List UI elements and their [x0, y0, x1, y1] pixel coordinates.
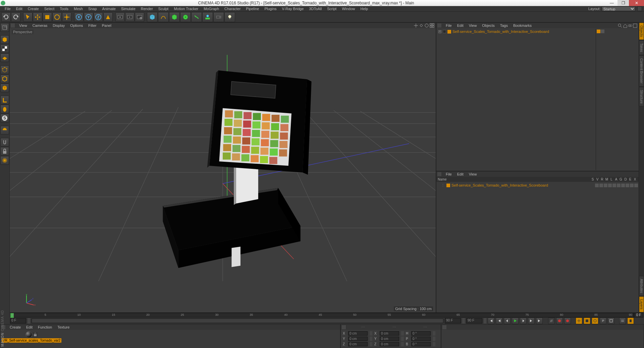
- vp-filter[interactable]: Filter: [86, 23, 99, 28]
- menu-3dtoall[interactable]: 3DToAll: [306, 7, 324, 11]
- grip-icon[interactable]: [438, 23, 441, 28]
- lock-button[interactable]: [0, 147, 9, 156]
- menu-window[interactable]: Window: [339, 7, 358, 11]
- workplane-button[interactable]: [0, 53, 9, 62]
- axis-z-button[interactable]: Z: [94, 12, 103, 22]
- rot-h-field[interactable]: 0 °: [411, 331, 431, 336]
- menu-plugins[interactable]: Plugins: [262, 7, 279, 11]
- axis-x-button[interactable]: X: [74, 12, 84, 22]
- spinner-icon[interactable]: [401, 337, 404, 341]
- obj-opts-icon[interactable]: [633, 23, 637, 28]
- menu-edit[interactable]: Edit: [13, 7, 25, 11]
- material-list[interactable]: VR_Self-service_scales_Tornado_var2: [0, 330, 340, 348]
- menu-vraybridge[interactable]: V-Ray Bridge: [279, 7, 307, 11]
- col-l[interactable]: L: [609, 178, 614, 181]
- layer-swatch-icon[interactable]: [443, 30, 446, 33]
- mat-menu-texture[interactable]: Texture: [55, 325, 72, 329]
- obj-menu-view[interactable]: View: [466, 23, 480, 28]
- vp-cameras[interactable]: Cameras: [30, 23, 50, 28]
- select-tool[interactable]: [23, 12, 33, 22]
- timeline-track[interactable]: 051015202530354045505560657075808590: [10, 313, 634, 317]
- col-name[interactable]: Name: [438, 178, 590, 181]
- flag-a-icon[interactable]: [617, 184, 621, 187]
- key-pla-button[interactable]: [608, 317, 614, 324]
- object-name[interactable]: Self-service_Scales_Tornado_with_Interac…: [452, 30, 549, 34]
- menu-sculpt[interactable]: Sculpt: [156, 7, 171, 11]
- close-button[interactable]: ✕: [629, 0, 644, 6]
- col-s[interactable]: S: [590, 178, 595, 181]
- axis-s-button[interactable]: S: [0, 114, 9, 122]
- material-name[interactable]: VR_Self-service_scales_Tornado_var2: [2, 338, 61, 343]
- spinner-icon[interactable]: [462, 318, 465, 324]
- polys-mode-button[interactable]: [0, 84, 9, 92]
- flag-r-icon[interactable]: [604, 184, 607, 187]
- prev-key-button[interactable]: [496, 317, 502, 324]
- key-anim-button[interactable]: [627, 317, 634, 324]
- obj-eye-icon[interactable]: [628, 23, 632, 28]
- attr-menu-edit[interactable]: Edit: [454, 172, 466, 176]
- minimize-button[interactable]: —: [606, 0, 618, 6]
- flag-v-icon[interactable]: [599, 184, 603, 187]
- soft-select-button[interactable]: [0, 156, 9, 165]
- axis-mouse-button[interactable]: [0, 105, 9, 113]
- make-editable-button[interactable]: [0, 23, 9, 32]
- obj-home-icon[interactable]: [623, 23, 627, 28]
- col-r[interactable]: R: [600, 178, 604, 181]
- object-tree[interactable]: + Self-service_Scales_Tornado_with_Inter…: [436, 28, 639, 171]
- tab-content-browser[interactable]: Content Browser: [639, 55, 644, 86]
- material-lock-icon[interactable]: [33, 332, 38, 337]
- col-d[interactable]: D: [623, 178, 628, 181]
- deformer-button[interactable]: [191, 12, 202, 22]
- goto-start-button[interactable]: [488, 317, 494, 324]
- render-settings-button[interactable]: [135, 12, 144, 22]
- menu-simulate[interactable]: Simulate: [118, 7, 138, 11]
- range-slider[interactable]: [32, 318, 443, 323]
- redo-button[interactable]: [11, 12, 20, 22]
- obj-menu-bookmarks[interactable]: Bookmarks: [511, 23, 534, 28]
- key-opts-button[interactable]: [619, 317, 626, 324]
- camera-button[interactable]: [213, 12, 224, 22]
- maximize-button[interactable]: ❐: [618, 0, 629, 6]
- menu-render[interactable]: Render: [138, 7, 156, 11]
- menu-help[interactable]: Help: [358, 7, 371, 11]
- tag-icon[interactable]: [601, 30, 604, 33]
- mat-menu-function[interactable]: Function: [35, 325, 55, 329]
- edges-mode-button[interactable]: [0, 74, 9, 83]
- tab-structure[interactable]: Structure: [639, 87, 644, 107]
- viewport-3d[interactable]: Perspective: [10, 28, 436, 312]
- layer-row[interactable]: ⋮⋮ Self-service_Scales_Tornado_with_Inte…: [437, 183, 638, 188]
- obj-menu-file[interactable]: File: [443, 23, 454, 28]
- layout-opts-icon[interactable]: [637, 6, 642, 11]
- range-from-field[interactable]: 0 F: [10, 318, 26, 324]
- layer-swatch-icon[interactable]: [446, 184, 450, 187]
- points-mode-button[interactable]: [0, 65, 9, 74]
- obj-search-icon[interactable]: [618, 23, 622, 28]
- vp-display[interactable]: Display: [50, 23, 67, 28]
- render-pv-button[interactable]: [125, 12, 135, 22]
- obj-menu-tags[interactable]: Tags: [497, 23, 511, 28]
- flag-g-icon[interactable]: [621, 184, 625, 187]
- menu-script[interactable]: Script: [324, 7, 339, 11]
- menu-character[interactable]: Character: [222, 7, 243, 11]
- menu-snap[interactable]: Snap: [86, 7, 100, 11]
- nurbs-button[interactable]: [169, 12, 180, 22]
- rot-b-field[interactable]: 0 °: [411, 342, 431, 346]
- size-y-field[interactable]: 0 cm: [380, 337, 399, 341]
- attr-body[interactable]: ⋮⋮ Self-service_Scales_Tornado_with_Inte…: [436, 182, 639, 312]
- rotate-tool[interactable]: [52, 12, 62, 22]
- vp-view[interactable]: View: [16, 23, 30, 28]
- key-param-button[interactable]: P: [600, 317, 606, 324]
- coord-system-button[interactable]: [103, 12, 113, 22]
- size-z-field[interactable]: 0 cm: [380, 342, 399, 346]
- snap-toggle-button[interactable]: [0, 138, 9, 147]
- tree-row-root[interactable]: + Self-service_Scales_Tornado_with_Inter…: [437, 29, 596, 34]
- col-m[interactable]: M: [604, 178, 609, 181]
- timeline-frame-field[interactable]: 0 F: [634, 313, 643, 317]
- spinner-icon[interactable]: [370, 331, 372, 336]
- mat-menu-create[interactable]: Create: [7, 325, 23, 329]
- vp-nav-zoom-icon[interactable]: [419, 23, 424, 28]
- key-rot-button[interactable]: [592, 317, 598, 324]
- rot-p-field[interactable]: 0 °: [411, 337, 431, 341]
- pos-y-field[interactable]: 0 cm: [348, 337, 368, 341]
- menu-select[interactable]: Select: [42, 7, 57, 11]
